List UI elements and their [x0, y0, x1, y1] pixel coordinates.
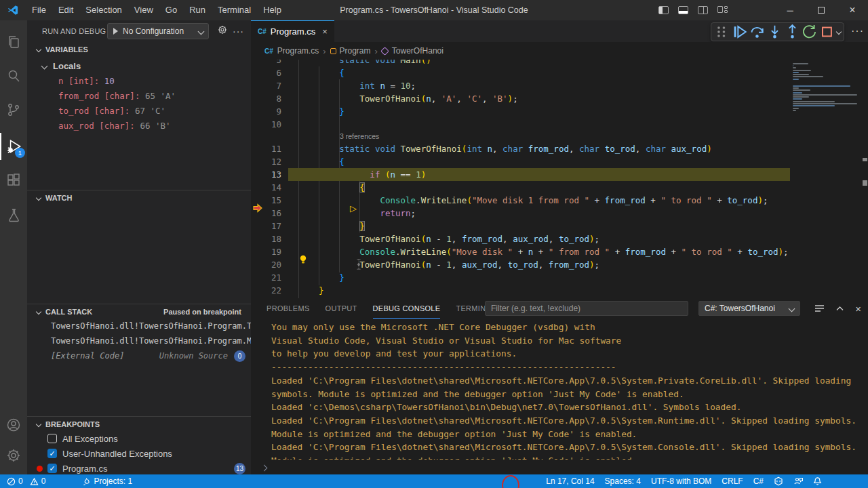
menu-file[interactable]: File	[26, 0, 52, 20]
code-line-14[interactable]: 14 {	[251, 181, 790, 194]
menu-view[interactable]: View	[128, 0, 159, 20]
stack-frame[interactable]: TowersOfHanoi.dll!TowersOfHanoi.Program.…	[27, 319, 251, 333]
breakpoint-row[interactable]: ✓Program.cs13	[27, 461, 251, 476]
step-into-icon[interactable]	[767, 24, 783, 40]
code-line-20[interactable]: 20 TowerOfHanoi(n - 1, aux_rod, to_rod, …	[251, 258, 790, 271]
close-tab-icon[interactable]: ×	[322, 26, 328, 37]
code-lens[interactable]: 3 references	[340, 131, 379, 142]
breadcrumb-class[interactable]: Program	[340, 46, 371, 56]
overview-ruler[interactable]	[863, 54, 868, 298]
debug-dropdown-chevron-icon[interactable]	[836, 29, 842, 35]
step-out-icon[interactable]	[785, 24, 800, 40]
eol-sequence[interactable]: CRLF	[722, 476, 743, 486]
source-control-icon[interactable]	[0, 96, 27, 123]
variable-row[interactable]: to_rod [char]: 67 'C'	[27, 103, 251, 118]
language-mode[interactable]: C#	[753, 476, 764, 486]
breakpoint-checkbox[interactable]: ✓	[47, 449, 57, 458]
account-icon[interactable]	[0, 411, 27, 439]
encoding[interactable]: UTF-8 with BOM	[651, 476, 711, 486]
stack-frame[interactable]: TowersOfHanoi.dll!TowersOfHanoi.Program.…	[27, 333, 251, 348]
breakpoint-checkbox[interactable]	[47, 434, 57, 443]
toolbar-grip-icon[interactable]	[714, 24, 730, 40]
close-button[interactable]: ×	[837, 0, 868, 20]
minimize-button[interactable]: ─	[774, 0, 806, 20]
code-line-8[interactable]: 8 TowerOfHanoi(n, 'A', 'C', 'B');	[251, 92, 790, 105]
console-line: symbols. Module is optimized and the deb…	[271, 388, 684, 401]
menu-help[interactable]: Help	[257, 0, 288, 20]
code-line-7[interactable]: 7 int n = 10;	[251, 79, 790, 92]
cursor-position[interactable]: Ln 17, Col 14	[546, 476, 594, 486]
run-and-debug-icon[interactable]: 1	[0, 133, 27, 160]
feedback-icon[interactable]	[793, 476, 803, 486]
restart-icon[interactable]	[802, 24, 817, 40]
code-line-10[interactable]: 10	[251, 118, 790, 131]
customize-layout-icon[interactable]	[717, 6, 728, 14]
maximize-panel-icon[interactable]	[835, 304, 844, 313]
code-line-15[interactable]: 15 Console.WriteLine("Move disk 1 from r…	[251, 194, 790, 207]
toggle-panel-icon[interactable]	[678, 6, 688, 14]
watch-section-header[interactable]: WATCH	[27, 190, 251, 205]
continue-icon[interactable]	[732, 24, 747, 40]
minimap[interactable]	[790, 54, 863, 298]
lightbulb-icon[interactable]	[298, 254, 308, 264]
step-over-icon[interactable]	[749, 24, 765, 40]
run-and-debug-sidebar: RUN AND DEBUG No Configuration ··· VARIA…	[27, 20, 251, 474]
settings-gear-icon[interactable]	[0, 442, 27, 469]
stop-icon[interactable]	[819, 24, 835, 40]
menu-edit[interactable]: Edit	[52, 0, 79, 20]
breakpoint-current-line-icon[interactable]	[252, 203, 263, 214]
project-context-icon[interactable]	[774, 476, 783, 486]
menu-terminal[interactable]: Terminal	[212, 0, 257, 20]
code-line-22[interactable]: 22 }	[251, 284, 790, 297]
breakpoint-checkbox[interactable]: ✓	[47, 464, 57, 473]
toggle-sidebar-icon[interactable]	[658, 6, 669, 14]
variable-row[interactable]: aux_rod [char]: 66 'B'	[27, 118, 251, 133]
editor-more-actions-icon[interactable]: ···	[851, 25, 864, 37]
debug-console-input[interactable]	[260, 461, 857, 473]
code-line-19[interactable]: 19 Console.WriteLine("Move disk " + n + …	[251, 245, 790, 258]
breadcrumb-file[interactable]: Program.cs	[277, 46, 319, 56]
code-line-13[interactable]: 13 if (n == 1)	[251, 168, 790, 181]
tab-program-cs[interactable]: C# Program.cs ×	[251, 20, 334, 42]
call-stack-section-header[interactable]: CALL STACK Paused on breakpoint	[27, 304, 251, 319]
problems-status[interactable]: 0 0	[7, 476, 45, 486]
console-lines-icon[interactable]	[814, 304, 825, 313]
breakpoints-section-header[interactable]: BREAKPOINTS	[27, 416, 251, 431]
code-line-17[interactable]: 17 }	[251, 220, 790, 232]
breadcrumb-method[interactable]: TowerOfHanoi	[392, 46, 443, 56]
debug-configuration-dropdown[interactable]: No Configuration	[107, 23, 209, 39]
menu-go[interactable]: Go	[159, 0, 183, 20]
breakpoint-row[interactable]: All Exceptions	[27, 431, 251, 446]
code-line-6[interactable]: 6 {	[251, 66, 790, 79]
code-line-9[interactable]: 9 }	[251, 105, 790, 118]
breakpoint-row[interactable]: ✓User-Unhandled Exceptions	[27, 446, 251, 461]
locals-group[interactable]: Locals	[27, 58, 251, 73]
explorer-icon[interactable]	[0, 28, 27, 56]
menu-selection[interactable]: Selection	[79, 0, 127, 20]
projects-status[interactable]: Projects: 1	[82, 476, 132, 486]
search-icon[interactable]	[0, 62, 27, 89]
toggle-secondary-sidebar-icon[interactable]	[698, 6, 708, 14]
debug-session-dropdown[interactable]: C#: TowersOfHanoi	[698, 301, 800, 316]
close-panel-icon[interactable]: ×	[855, 303, 861, 314]
code-line-11[interactable]: 11 static void TowerOfHanoi(int n, char …	[251, 142, 790, 155]
code-line-16[interactable]: 16 return;	[251, 207, 790, 220]
code-line-21[interactable]: 21 }	[251, 271, 790, 284]
variable-row[interactable]: n [int]: 10	[27, 73, 251, 88]
stack-frame[interactable]: [External Code]Unknown Source0	[27, 348, 251, 363]
menu-run[interactable]: Run	[183, 0, 212, 20]
indentation[interactable]: Spaces: 4	[605, 476, 641, 486]
maximize-button[interactable]	[806, 0, 837, 20]
code-line-18[interactable]: 18 TowerOfHanoi(n - 1, from_rod, aux_rod…	[251, 232, 790, 245]
code-editor[interactable]: ▷ 5 static void Main()6 {7 int n = 10;8 …	[251, 54, 790, 298]
more-actions-icon[interactable]: ···	[233, 26, 244, 37]
menu-bar: FileEditSelectionViewGoRunTerminalHelp	[26, 0, 288, 20]
code-line-12[interactable]: 12 {	[251, 155, 790, 168]
extensions-icon[interactable]	[0, 167, 27, 194]
variable-row[interactable]: from_rod [char]: 65 'A'	[27, 88, 251, 103]
console-filter-input[interactable]	[485, 301, 688, 316]
debug-settings-gear-icon[interactable]	[217, 24, 228, 38]
notifications-bell-icon[interactable]	[813, 476, 822, 486]
testing-icon[interactable]	[0, 202, 27, 229]
variables-section-header[interactable]: VARIABLES	[27, 42, 251, 57]
